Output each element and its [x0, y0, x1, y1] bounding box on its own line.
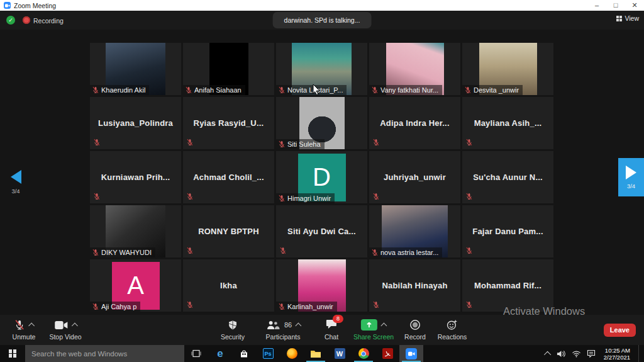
participant-tile[interactable]: Lusiyana_Polindra Lusiyana_Polindra: [90, 97, 181, 149]
participant-name: Adipa Indra Her...: [369, 97, 460, 149]
unmute-button[interactable]: Unmute: [13, 319, 36, 341]
security-button[interactable]: Security: [221, 319, 245, 341]
mic-off-icon: [278, 195, 286, 202]
participant-tile[interactable]: Adipa Indra Her... Adipa Indra Her...: [369, 97, 460, 149]
participant-name-strip: Anifah Siahaan: [183, 85, 245, 95]
taskbar-search[interactable]: [25, 345, 184, 362]
participant-name-strip: nova astria lestar...: [369, 247, 442, 257]
show-desktop-button[interactable]: [638, 345, 641, 362]
wifi-icon[interactable]: [572, 350, 581, 358]
recording-dot-icon: [23, 16, 30, 24]
hidden-icons-chevron[interactable]: [544, 351, 551, 358]
participant-tile[interactable]: Desvita _unwir: [462, 43, 553, 95]
windows-logo-icon: [9, 349, 17, 358]
participant-name-strip: Vany fatkhati Nur...: [369, 85, 442, 95]
participant-tile[interactable]: Su'cha Aunur N... Su'cha Aunur N...: [462, 151, 553, 203]
participant-tile[interactable]: Novita Lestari_P...: [276, 43, 367, 95]
participants-count: 86: [284, 321, 292, 329]
task-view-icon: [191, 349, 201, 358]
participant-tile[interactable]: RONNY BPTPH RONNY BPTPH: [183, 205, 274, 257]
participant-name: Fajar Danu Pam...: [462, 205, 553, 257]
zoom-toolbar: Unmute Stop Video: [0, 315, 644, 345]
taskbar-icon-word[interactable]: W: [328, 345, 352, 362]
participant-tile[interactable]: Khaerudin Akil: [90, 43, 181, 95]
speaker-toast: darwinah. SPd is talking...: [273, 12, 372, 28]
next-page-button[interactable]: 3/4: [618, 158, 644, 196]
participants-options-caret[interactable]: [296, 323, 302, 329]
taskbar-icon-edge[interactable]: e: [208, 345, 232, 362]
participant-tile[interactable]: Siti Suleha: [276, 97, 367, 149]
taskbar-icon-photoshop[interactable]: Ps: [256, 345, 280, 362]
taskbar-icon-chrome[interactable]: [352, 345, 375, 362]
chat-button[interactable]: 8 Chat: [325, 319, 338, 341]
reactions-button[interactable]: Reactions: [438, 319, 467, 341]
taskbar-icon-zoom[interactable]: [399, 345, 423, 362]
volume-icon[interactable]: [557, 350, 566, 358]
participant-tile[interactable]: A Aji Cahya p: [90, 259, 181, 312]
participant-tile[interactable]: D Himagri Unwir: [276, 151, 367, 203]
record-button[interactable]: Record: [404, 319, 426, 341]
mic-muted-icon: [14, 319, 25, 331]
participant-tile[interactable]: Siti Ayu Dwi Ca... Siti Ayu Dwi Ca...: [276, 205, 367, 257]
participant-name-strip: Khaerudin Akil: [90, 85, 149, 95]
participant-tile[interactable]: Ryias Rasyid_U... Ryias Rasyid_U...: [183, 97, 274, 149]
maximize-button[interactable]: □: [606, 0, 625, 11]
view-button[interactable]: View: [616, 14, 639, 22]
minimize-button[interactable]: –: [587, 0, 606, 11]
action-center-icon[interactable]: [587, 349, 596, 358]
firefox-icon: [287, 348, 297, 359]
participant-tile[interactable]: Achmad Cholil_... Achmad Cholil_...: [183, 151, 274, 203]
participant-name: Ryias Rasyid_U...: [183, 97, 274, 149]
leave-button[interactable]: Leave: [604, 324, 636, 337]
participant-name: Nabilah Hinayah: [369, 259, 460, 312]
participant-name-strip: Desvita _unwir: [462, 85, 523, 95]
participant-tile[interactable]: nova astria lestar...: [369, 205, 460, 257]
participant-name: DIKY WAHYUDI: [101, 249, 152, 256]
share-screen-button[interactable]: Share Screen: [353, 319, 394, 341]
participants-button[interactable]: 86 Participants: [265, 319, 301, 341]
previous-page-button[interactable]: 3/4: [6, 170, 25, 195]
participant-tile[interactable]: Ikha Ikha: [183, 259, 274, 312]
taskbar-icon-firefox[interactable]: [280, 345, 304, 362]
participant-tile[interactable]: Anifah Siahaan: [183, 43, 274, 95]
participant-name-strip: Novita Lestari_P...: [276, 85, 347, 95]
mic-off-icon: [92, 86, 99, 94]
participant-name: Mohammad Rif...: [462, 259, 553, 312]
arrow-right-icon: [626, 166, 636, 179]
taskbar-icon-acrobat[interactable]: [375, 345, 399, 362]
mic-options-caret[interactable]: [28, 323, 35, 329]
participant-tile[interactable]: DIKY WAHYUDI: [90, 205, 181, 257]
mic-off-icon: [371, 86, 379, 94]
record-icon: [409, 319, 421, 331]
mouse-cursor: [313, 84, 321, 95]
participant-tile[interactable]: Kurniawan Prih... Kurniawan Prih...: [90, 151, 181, 203]
taskbar-icon-store[interactable]: [232, 345, 256, 362]
start-button[interactable]: [0, 345, 25, 362]
share-options-caret[interactable]: [381, 323, 387, 329]
stop-video-button[interactable]: Stop Video: [49, 319, 81, 341]
mic-off-icon: [465, 139, 473, 146]
participant-tile[interactable]: Juhriyah_unwir Juhriyah_unwir: [369, 151, 460, 203]
mic-off-icon: [93, 139, 101, 146]
participant-tile[interactable]: Mohammad Rif... Mohammad Rif...: [462, 259, 553, 312]
participant-tile[interactable]: Karlinah_unwir: [276, 259, 367, 312]
taskbar-clock[interactable]: 10:25 AM 2/27/2021: [604, 347, 630, 361]
taskbar-icon-file-explorer[interactable]: [304, 345, 328, 362]
task-view-button[interactable]: [184, 345, 208, 362]
participant-name: Vany fatkhati Nur...: [380, 86, 438, 94]
video-options-caret[interactable]: [72, 323, 78, 329]
avatar-letter: D: [313, 163, 331, 191]
mic-off-icon: [186, 301, 194, 308]
mic-off-icon: [186, 139, 194, 146]
close-button[interactable]: ✕: [625, 0, 644, 11]
mic-off-icon: [92, 249, 99, 256]
participant-tile[interactable]: Fajar Danu Pam... Fajar Danu Pam...: [462, 205, 553, 257]
participant-name: Su'cha Aunur N...: [462, 151, 553, 203]
search-input[interactable]: [25, 349, 184, 358]
participant-tile[interactable]: Mayliana Asih_... Mayliana Asih_...: [462, 97, 553, 149]
mic-off-icon: [278, 303, 286, 310]
recording-label: Recording: [33, 17, 64, 25]
participant-name-strip: Himagri Unwir: [276, 193, 335, 203]
participant-tile[interactable]: Nabilah Hinayah Nabilah Hinayah: [369, 259, 460, 312]
participant-tile[interactable]: Vany fatkhati Nur...: [369, 43, 460, 95]
